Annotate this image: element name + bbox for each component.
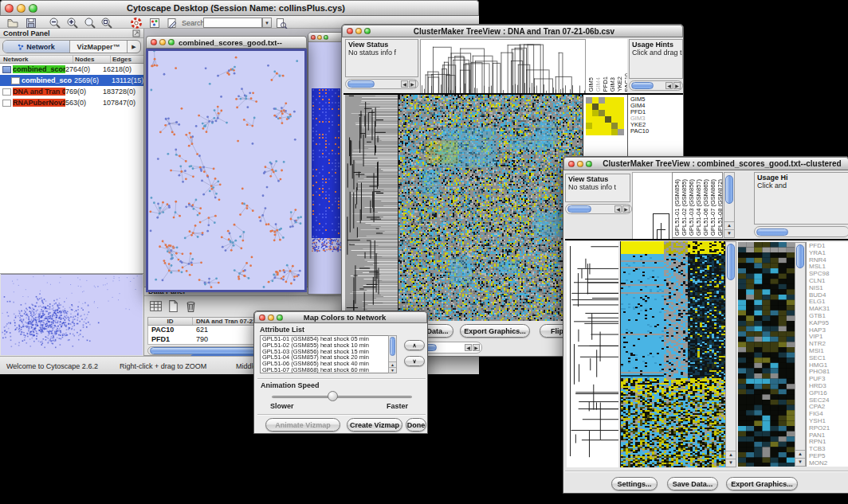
main-titlebar[interactable]: Cytoscape Desktop (Session Name: collins… (0, 0, 479, 16)
tab-network[interactable]: Network (3, 41, 70, 53)
treeview2-column-dendrogram[interactable] (632, 172, 673, 240)
zoom-button[interactable] (324, 35, 328, 40)
attribute-browser-icon[interactable] (275, 17, 288, 29)
network-canvas[interactable] (148, 51, 304, 290)
close-button[interactable] (5, 4, 14, 13)
scroll-thumb[interactable] (347, 80, 375, 88)
treeview2-export-graphics-button[interactable]: Export Graphics... (726, 477, 798, 490)
attribute-list-vscrollbar[interactable]: ▲▼ (388, 335, 397, 373)
minimize-button[interactable] (159, 39, 166, 45)
close-button[interactable] (568, 161, 575, 167)
zoom-button[interactable] (29, 4, 37, 13)
zoom-in-icon[interactable] (66, 17, 79, 29)
create-vizmap-button[interactable]: Create Vizmap (347, 418, 402, 432)
column-label[interactable]: GPL51-02 (GSM855) (681, 179, 688, 236)
column-label[interactable]: GPL51-03 (GSM856) (688, 179, 695, 236)
vizmapper-icon[interactable] (148, 17, 161, 29)
zoom-button[interactable] (277, 315, 283, 321)
annotation-icon[interactable] (166, 17, 179, 29)
treeview2-save-data-button[interactable]: Save Data... (667, 477, 718, 490)
table-grid-icon[interactable] (149, 299, 163, 313)
gene-label[interactable]: PAC10 (630, 128, 683, 135)
scroll-thumb[interactable] (796, 244, 804, 268)
new-document-icon[interactable] (167, 299, 180, 313)
column-label[interactable]: GPL51-01 (GSM854) (673, 179, 681, 236)
scroll-arrows[interactable]: ◀▶ (465, 344, 481, 351)
column-label[interactable]: GIM5 (587, 77, 595, 92)
column-label[interactable]: GPL51-04 (GSM857) (695, 179, 702, 236)
scroll-arrows[interactable]: ▲▼ (389, 361, 396, 373)
float-panel-icon[interactable] (132, 29, 140, 37)
treeview1-heatmap[interactable] (398, 95, 583, 321)
scroll-thumb[interactable] (390, 337, 395, 356)
network-canvas-back[interactable] (308, 42, 344, 294)
move-up-button[interactable]: ∧ (404, 340, 425, 350)
column-label[interactable]: GIM3 (609, 77, 616, 92)
network-list-row[interactable]: combined_sco 2569(6) 13112(15) (0, 75, 143, 86)
scroll-thumb[interactable] (725, 175, 733, 204)
zoom-out-icon[interactable] (49, 17, 61, 29)
open-file-icon[interactable] (6, 17, 19, 29)
treeview2-detail-heatmap[interactable] (738, 242, 795, 467)
network-list-row[interactable]: RNAPuberNov2+ 563(0) 107847(0) (0, 97, 143, 108)
scroll-arrows[interactable]: ▲▼ (724, 221, 734, 237)
attribute-listbox[interactable]: GPL51-01 (GSM854) heat shock 05 minGPL51… (260, 335, 397, 373)
scroll-arrows[interactable]: ◀▶ (614, 205, 631, 213)
zoom-fit-icon[interactable] (84, 17, 96, 29)
network-window-titlebar[interactable]: combined_scores_good.txt--cluste... (146, 36, 307, 49)
column-label[interactable]: PFD1 (602, 76, 609, 92)
zoom-selected-icon[interactable] (100, 17, 113, 29)
treeview2-detail-vscrollbar[interactable]: ▲▼ (795, 242, 806, 467)
treeview1-column-dendrogram[interactable] (420, 39, 586, 95)
animation-speed-slider-thumb[interactable] (328, 391, 338, 401)
treeview2-heatmap[interactable] (620, 241, 725, 467)
column-label[interactable]: PAC10 (623, 73, 627, 92)
animation-speed-slider-track[interactable] (272, 396, 412, 398)
zoom-button[interactable] (586, 161, 592, 167)
zoom-button[interactable] (364, 28, 371, 34)
column-label[interactable]: GIM4 (595, 77, 602, 92)
column-label[interactable]: GPL51-07 (GSM868) (709, 179, 716, 236)
minimize-button[interactable] (317, 35, 322, 40)
treeview1-detail-heatmap[interactable] (586, 97, 624, 135)
zoom-button[interactable] (168, 39, 175, 45)
treeview1-export-graphics-button[interactable]: Export Graphics... (460, 324, 530, 338)
column-label[interactable]: GPL51-06 (GSM865) (702, 179, 709, 236)
minimize-button[interactable] (355, 28, 362, 34)
tab-vizmapper[interactable]: VizMapper™ (70, 41, 128, 53)
treeview1-usage-hscrollbar[interactable]: ◀▶ (629, 80, 683, 91)
close-button[interactable] (347, 28, 353, 34)
close-button[interactable] (259, 315, 265, 321)
network-list-row[interactable]: combined_scores 2764(0) 16218(0) (0, 64, 143, 75)
help-lifering-icon[interactable] (130, 17, 143, 29)
treeview2-row-dendrogram[interactable] (567, 241, 618, 467)
gene-label[interactable]: MON2 (809, 460, 848, 467)
treeview1-row-dendrogram[interactable] (345, 95, 398, 321)
scroll-thumb[interactable] (727, 244, 735, 280)
treeview2-usage-hscrollbar[interactable] (754, 226, 848, 237)
minimize-button[interactable] (17, 4, 26, 13)
back-window-titlebar[interactable] (308, 33, 344, 42)
trash-icon[interactable] (184, 299, 198, 313)
network-overview-canvas[interactable] (1, 274, 143, 355)
search-dropdown-button[interactable]: ▼ (262, 18, 272, 28)
network-list-row[interactable]: DNA and Tran 07 769(0) 183728(0) (0, 86, 143, 97)
scroll-thumb[interactable] (567, 205, 591, 213)
animate-vizmap-button[interactable]: Animate Vizmap (265, 418, 340, 432)
close-button[interactable] (311, 35, 316, 40)
minimize-button[interactable] (268, 315, 274, 321)
treeview2-titlebar[interactable]: ClusterMaker TreeView : combined_scores_… (563, 157, 848, 170)
attribute-list-item[interactable]: GPL51-07 (GSM868) heat shock 60 min (261, 367, 396, 373)
done-button[interactable]: Done (406, 418, 426, 432)
move-down-button[interactable]: ∨ (404, 356, 425, 366)
treeview2-gene-list[interactable]: PFD1YRA1RNR4MSL1SPC98CLN1NIS1BUD4ELG1MAK… (806, 242, 848, 467)
scroll-arrows[interactable]: ▲▼ (795, 450, 805, 466)
treeview2-heatmap-vscrollbar[interactable]: ▲▼ (725, 241, 736, 467)
treeview1-status-hscrollbar[interactable]: ◀▶ (345, 79, 418, 89)
dialog-titlebar[interactable]: Map Colors to Network (254, 311, 427, 323)
treeview2-settings-button[interactable]: Settings... (611, 477, 658, 490)
network-table-header[interactable]: Network Nodes Edges (0, 55, 143, 64)
scroll-thumb[interactable] (756, 229, 788, 236)
treeview1-titlebar[interactable]: ClusterMaker TreeView : DNA and Tran 07-… (342, 25, 683, 37)
scroll-arrows[interactable]: ▲▼ (726, 451, 736, 467)
